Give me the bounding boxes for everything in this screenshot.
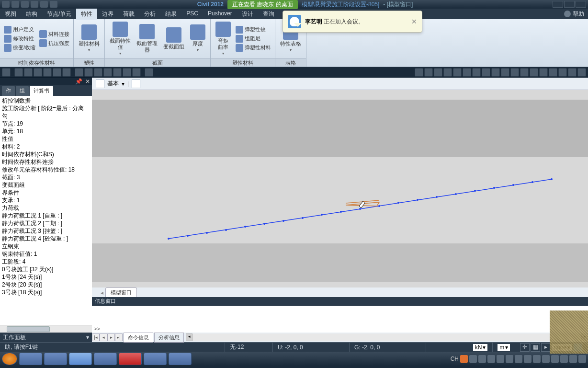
section-filter-icon[interactable] xyxy=(96,80,104,88)
tray-icon[interactable] xyxy=(578,355,586,363)
tray-icon[interactable] xyxy=(469,355,477,363)
taskbar-app-pdf[interactable] xyxy=(119,353,142,365)
menu-视图[interactable]: 视图 xyxy=(0,9,21,20)
tray-icon[interactable] xyxy=(515,355,522,363)
tree-line[interactable]: 变截面组 xyxy=(2,181,90,189)
toolbar-button[interactable] xyxy=(577,68,586,77)
nav-last-icon[interactable]: ▸| xyxy=(115,334,123,341)
toolbar-button[interactable] xyxy=(84,68,93,77)
toolbar-button[interactable] xyxy=(53,68,61,77)
tray-icon[interactable] xyxy=(487,355,495,363)
toolbar-button[interactable] xyxy=(539,68,548,77)
toolbar-button[interactable] xyxy=(113,68,122,77)
taskbar-app[interactable] xyxy=(19,353,42,365)
taskbar-app-civil[interactable] xyxy=(69,353,92,365)
tree-line[interactable]: 静力荷载工况 2 [二期 : ] xyxy=(2,219,90,227)
close-button[interactable] xyxy=(576,1,586,8)
side-tab-计算书[interactable]: 计算书 xyxy=(30,86,53,96)
tree-line[interactable]: 析控制数据 xyxy=(2,97,90,104)
toolbar-button[interactable] xyxy=(94,68,102,77)
tree-line[interactable]: 力荷载 xyxy=(2,204,90,212)
qat-icon[interactable] xyxy=(21,1,29,8)
tray-icon[interactable] xyxy=(551,355,559,363)
tree-line[interactable]: 施工阶段分析 [ 阶段=最后 : 分离 xyxy=(2,104,90,112)
toolbar-button[interactable] xyxy=(43,68,52,77)
tree-line[interactable]: 节点: 19 xyxy=(2,120,90,127)
toolbar-button[interactable] xyxy=(558,68,567,77)
toolbar-button[interactable] xyxy=(415,68,423,77)
view-tab-model[interactable]: 模型窗口 xyxy=(105,288,137,297)
tree-line[interactable]: 时间依存材料(C和S) xyxy=(2,150,90,158)
menu-特性[interactable]: 特性 xyxy=(76,9,97,20)
ribbon-厚度[interactable]: 厚度▾ xyxy=(188,23,207,54)
menu-设计[interactable]: 设计 xyxy=(237,9,258,20)
ribbon-弹塑性铰[interactable]: 弹塑性铰 xyxy=(235,25,272,34)
ribbon-变截面组[interactable]: 变截面组 xyxy=(161,26,186,51)
side-tree[interactable]: 析控制数据施工阶段分析 [ 阶段=最后 : 分离勾节点: 19单元: 18性值材… xyxy=(0,96,92,325)
tray-icon[interactable] xyxy=(478,355,486,363)
scroll-left-icon[interactable]: ◂ xyxy=(186,334,192,341)
pin-icon[interactable]: 📌 xyxy=(75,78,82,85)
menu-结构[interactable]: 结构 xyxy=(21,9,42,20)
menu-PSC[interactable]: PSC xyxy=(181,9,203,20)
toolbar-button[interactable] xyxy=(123,68,131,77)
unit-force-select[interactable]: kN ▾ xyxy=(473,344,488,351)
toolbar-button[interactable] xyxy=(2,68,11,77)
ribbon-材料连接[interactable]: 材料连接 xyxy=(38,30,70,38)
tree-line[interactable]: 3号块 [18 天(s)] xyxy=(2,288,90,296)
tray-icon[interactable] xyxy=(497,355,504,363)
taskbar-app-ie[interactable] xyxy=(94,353,117,365)
ribbon-用户定义[interactable]: 用户定义 xyxy=(3,25,36,34)
toolbar-button[interactable] xyxy=(103,68,112,77)
close-icon[interactable]: ✕ xyxy=(411,18,417,25)
tray-icon[interactable] xyxy=(542,355,550,363)
toolbar-button[interactable] xyxy=(482,68,490,77)
tree-line[interactable]: 勾 xyxy=(2,112,90,120)
status-toggle[interactable]: ✛ xyxy=(520,343,530,352)
tree-line[interactable]: 钢束特征值: 1 xyxy=(2,250,90,258)
toolbar-button[interactable] xyxy=(132,68,141,77)
taskbar-app[interactable] xyxy=(44,353,67,365)
chevron-down-icon[interactable]: ▾ xyxy=(86,334,89,341)
toolbar-button[interactable] xyxy=(443,68,452,77)
qat-icon[interactable] xyxy=(11,1,19,8)
ribbon-徐变/收缩[interactable]: 徐变/收缩 xyxy=(3,44,36,52)
menu-查询[interactable]: 查询 xyxy=(258,9,279,20)
menu-分析[interactable]: 分析 xyxy=(139,9,160,20)
status-toggle[interactable]: ▦ xyxy=(531,343,540,352)
menu-节点/单元[interactable]: 节点/单元 xyxy=(42,9,76,20)
taskbar-app[interactable] xyxy=(169,353,192,365)
side-tab-组[interactable]: 组 xyxy=(16,86,29,96)
ribbon-组阻尼[interactable]: 组阻尼 xyxy=(235,34,272,43)
tab-nav-icon[interactable]: ◂ xyxy=(99,288,105,297)
menu-边界[interactable]: 边界 xyxy=(97,9,118,20)
ribbon-弹塑性材料[interactable]: 弹塑性材料 xyxy=(235,44,272,52)
tray-icon[interactable] xyxy=(460,355,468,363)
toolbar-button[interactable] xyxy=(453,68,462,77)
ribbon-修改特性[interactable]: 修改特性 xyxy=(3,34,36,43)
tree-line[interactable]: 单元: 18 xyxy=(2,127,90,135)
tab-command-info[interactable]: 命令信息 xyxy=(124,333,153,343)
tree-line[interactable]: 立钢束 xyxy=(2,242,90,250)
side-scrollbar[interactable] xyxy=(0,325,92,333)
tab-analysis-info[interactable]: 分析信息 xyxy=(154,333,184,343)
tree-line[interactable]: 静力荷载工况 1 [自重 : ] xyxy=(2,212,90,219)
ime-indicator[interactable]: CH xyxy=(451,356,459,362)
tree-line[interactable]: 材料: 2 xyxy=(2,143,90,150)
toolbar-button[interactable] xyxy=(463,68,471,77)
tree-line[interactable]: 性值 xyxy=(2,135,90,143)
tree-line[interactable]: 1号块 [24 天(s)] xyxy=(2,273,90,281)
toolbar-button[interactable] xyxy=(491,68,500,77)
tray-icon[interactable] xyxy=(533,355,541,363)
tree-line[interactable]: 支承: 1 xyxy=(2,196,90,204)
nav-first-icon[interactable]: |◂ xyxy=(92,334,100,341)
settings-icon[interactable] xyxy=(564,11,571,17)
model-canvas[interactable] xyxy=(92,90,588,288)
toolbar-button[interactable] xyxy=(34,68,42,77)
qat-icon[interactable] xyxy=(40,1,48,8)
tree-line[interactable]: 修改单元依存材料特性值: 18 xyxy=(2,166,90,173)
tray-icon[interactable] xyxy=(569,355,577,363)
toolbar-button[interactable] xyxy=(14,68,23,77)
toolbar-button[interactable] xyxy=(520,68,529,77)
taskbar-app[interactable] xyxy=(144,353,167,365)
